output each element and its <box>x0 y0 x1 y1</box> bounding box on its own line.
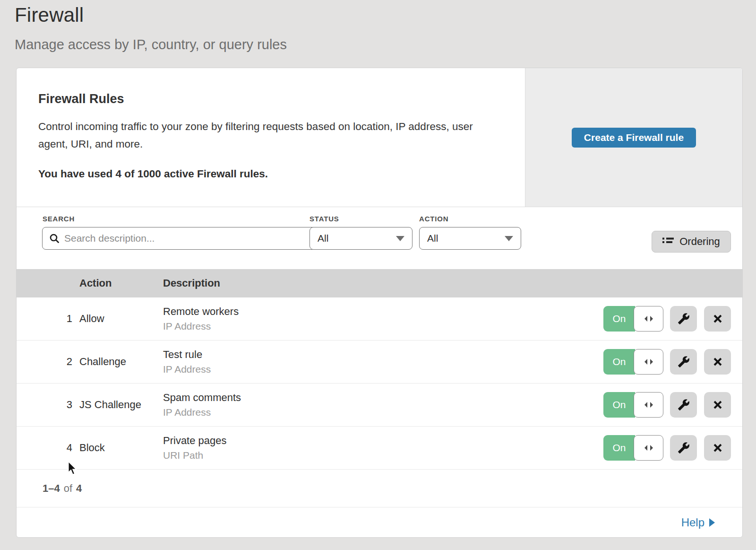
status-select[interactable]: All <box>309 227 412 250</box>
search-icon <box>49 233 60 244</box>
toggle-handle[interactable] <box>634 392 663 418</box>
overview-description: Control incoming traffic to your zone by… <box>38 118 488 153</box>
pagination-total: 4 <box>76 482 82 495</box>
overview-heading: Firewall Rules <box>38 92 506 106</box>
rule-action: JS Challenge <box>79 399 163 411</box>
status-label: STATUS <box>309 215 339 223</box>
filters-section: SEARCH STATUS All ACTION All Orde <box>17 207 742 269</box>
help-link-label: Help <box>681 516 704 529</box>
toggle-handle[interactable] <box>634 306 663 332</box>
rule-controls: On <box>603 349 731 375</box>
table-row: 1 Allow Remote workers IP Address On <box>17 297 742 340</box>
firewall-rules-card: Firewall Rules Control incoming traffic … <box>16 68 743 538</box>
close-icon <box>713 443 723 453</box>
pagination-of: of <box>64 482 72 495</box>
rule-action: Challenge <box>79 356 163 368</box>
action-select-value: All <box>427 233 438 244</box>
toggle-on-segment[interactable]: On <box>603 349 635 375</box>
rule-match-field: IP Address <box>163 407 603 418</box>
rule-controls: On <box>603 392 731 418</box>
configure-rule-button[interactable] <box>670 392 697 418</box>
table-row: 2 Challenge Test rule IP Address On <box>17 340 742 384</box>
description-column-header: Description <box>163 277 742 289</box>
rule-toggle: On <box>603 435 663 461</box>
delete-rule-button[interactable] <box>704 349 731 375</box>
close-icon <box>713 357 723 367</box>
rule-match-field: IP Address <box>163 364 603 375</box>
configure-rule-button[interactable] <box>670 435 697 461</box>
left-right-arrows-icon <box>643 444 654 452</box>
left-right-arrows-icon <box>643 315 654 323</box>
page-title: Firewall <box>15 4 287 26</box>
overview-usage: You have used 4 of 1000 active Firewall … <box>38 168 506 180</box>
create-firewall-rule-button[interactable]: Create a Firewall rule <box>572 128 696 148</box>
search-box[interactable] <box>42 227 319 250</box>
rule-match-field: IP Address <box>163 321 603 332</box>
rule-controls: On <box>603 435 731 461</box>
rule-action: Allow <box>79 313 163 325</box>
rule-description: Remote workers <box>163 306 603 318</box>
delete-rule-button[interactable] <box>704 306 731 332</box>
table-header: Action Description <box>17 269 742 297</box>
help-arrow-icon <box>709 518 715 527</box>
toggle-on-segment[interactable]: On <box>603 435 635 461</box>
search-label: SEARCH <box>43 215 75 223</box>
close-icon <box>713 314 723 324</box>
wrench-icon <box>678 313 690 325</box>
delete-rule-button[interactable] <box>704 392 731 418</box>
help-bar: Help <box>17 507 742 537</box>
left-right-arrows-icon <box>643 401 654 409</box>
rule-action: Block <box>79 442 163 454</box>
status-select-value: All <box>318 233 328 244</box>
list-icon <box>662 237 674 246</box>
rule-priority: 4 <box>17 442 79 454</box>
configure-rule-button[interactable] <box>670 306 697 332</box>
chevron-down-icon <box>505 236 513 241</box>
wrench-icon <box>678 399 690 411</box>
chevron-down-icon <box>396 236 404 241</box>
search-input[interactable] <box>64 233 312 244</box>
left-right-arrows-icon <box>643 358 654 366</box>
toggle-handle[interactable] <box>634 435 663 461</box>
close-icon <box>713 400 723 410</box>
rule-toggle: On <box>603 349 663 375</box>
table-row: 3 JS Challenge Spam comments IP Address … <box>17 384 742 427</box>
wrench-icon <box>678 356 690 368</box>
action-select[interactable]: All <box>419 227 521 250</box>
overview-side-panel: Create a Firewall rule <box>525 68 742 207</box>
table-row: 4 Block Private pages URI Path On <box>17 427 742 470</box>
rule-description: Test rule <box>163 349 603 361</box>
wrench-icon <box>678 442 690 454</box>
pagination: 1–4 of 4 <box>17 470 742 507</box>
delete-rule-button[interactable] <box>704 435 731 461</box>
overview-text: Firewall Rules Control incoming traffic … <box>17 68 525 207</box>
toggle-on-segment[interactable]: On <box>603 392 635 418</box>
rule-priority: 1 <box>17 313 79 325</box>
rule-description: Private pages <box>163 435 603 447</box>
help-link[interactable]: Help <box>681 516 715 529</box>
ordering-button[interactable]: Ordering <box>652 231 731 253</box>
ordering-button-label: Ordering <box>679 236 720 248</box>
pagination-range: 1–4 <box>43 482 60 495</box>
page-header: Firewall Manage access by IP, country, o… <box>15 4 287 52</box>
toggle-on-segment[interactable]: On <box>603 306 635 332</box>
action-column-header: Action <box>79 277 163 289</box>
rule-controls: On <box>603 306 731 332</box>
action-label: ACTION <box>419 215 448 223</box>
configure-rule-button[interactable] <box>670 349 697 375</box>
rule-toggle: On <box>603 392 663 418</box>
rule-priority: 3 <box>17 399 79 411</box>
page-subtitle: Manage access by IP, country, or query r… <box>15 37 287 52</box>
rule-description: Spam comments <box>163 392 603 404</box>
toggle-handle[interactable] <box>634 349 663 375</box>
rule-priority: 2 <box>17 356 79 368</box>
rule-match-field: URI Path <box>163 450 603 461</box>
overview-section: Firewall Rules Control incoming traffic … <box>17 68 742 207</box>
rule-toggle: On <box>603 306 663 332</box>
